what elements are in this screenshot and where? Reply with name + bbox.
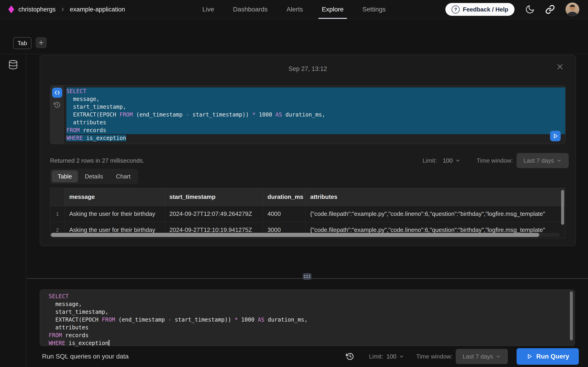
chevron-down-icon — [495, 354, 501, 359]
editor-vertical-scrollbar[interactable] — [570, 291, 573, 340]
executed-sql-block: SELECT message, start_timestamp, EXTRACT… — [50, 85, 565, 144]
code-line: attributes — [49, 324, 575, 332]
result-status-row: Returned 2 rows in 27 milliseconds. Limi… — [50, 153, 569, 168]
nav-item-alerts[interactable]: Alerts — [283, 0, 306, 19]
query-timestamp: Sep 27, 13:12 — [40, 65, 576, 73]
table-cell: {"code.filepath":"example.py","code.line… — [305, 206, 565, 222]
feedback-help-button[interactable]: ? Feedback / Help — [445, 3, 515, 16]
add-tab-button[interactable] — [36, 37, 47, 48]
sql-gutter — [50, 85, 64, 144]
nav-right-cluster: ? Feedback / Help — [445, 0, 579, 19]
primary-nav: LiveDashboardsAlertsExploreSettings — [199, 0, 389, 19]
feedback-help-label: Feedback / Help — [463, 6, 508, 13]
left-sidebar — [0, 54, 26, 367]
time-window-label: Time window: — [477, 157, 513, 164]
run-query-button[interactable]: Run Query — [517, 348, 579, 365]
chevron-down-icon — [455, 158, 460, 163]
code-line: EXTRACT(EPOCH FROM (end_timestamp - star… — [66, 111, 565, 119]
nav-item-live[interactable]: Live — [199, 0, 217, 19]
code-line: EXTRACT(EPOCH FROM (end_timestamp - star… — [49, 316, 575, 324]
nav-item-explore[interactable]: Explore — [318, 0, 347, 19]
breadcrumb: christophergs example-application — [8, 0, 125, 19]
database-schema-icon[interactable] — [8, 60, 18, 70]
editor-hint: Run SQL queries on your data — [42, 353, 129, 360]
chevron-down-icon — [399, 354, 404, 359]
code-line: message, — [66, 95, 565, 103]
play-icon — [526, 353, 533, 360]
table-vertical-scrollbar[interactable] — [561, 190, 564, 225]
chevron-right-icon — [60, 6, 66, 12]
time-window-label: Time window: — [416, 353, 452, 360]
query-tab[interactable]: Tab — [13, 37, 32, 49]
query-history-icon[interactable] — [54, 101, 61, 108]
user-avatar[interactable] — [565, 2, 579, 16]
result-view-tabs: TableDetailsChart — [50, 169, 138, 184]
limit-dropdown[interactable]: 100 — [443, 157, 460, 164]
logfire-logo-icon[interactable] — [8, 6, 14, 13]
code-line: attributes — [66, 119, 565, 126]
row-number-header — [50, 188, 65, 206]
chevron-down-icon — [556, 158, 562, 163]
nav-item-settings[interactable]: Settings — [359, 0, 389, 19]
table-horizontal-scrollbar[interactable] — [51, 233, 560, 237]
sql-editor[interactable]: SELECT message, start_timestamp, EXTRACT… — [40, 290, 575, 346]
executed-sql-editor[interactable]: SELECT message, start_timestamp, EXTRACT… — [64, 85, 565, 144]
results-table: messagestart_timestampduration_msattribu… — [50, 188, 565, 238]
explore-tab-bar: Tab — [13, 37, 47, 49]
code-line: SELECT — [66, 87, 565, 95]
main-area: Sep 27, 13:12 SELECT message, start_time… — [26, 54, 588, 367]
query-result-card: Sep 27, 13:12 SELECT message, start_time… — [40, 55, 576, 246]
breadcrumb-project[interactable]: example-application — [70, 6, 125, 13]
code-line: FROM records — [49, 332, 575, 339]
code-line: start_timestamp, — [49, 308, 575, 316]
editor-footer-bar: Run SQL queries on your data Limit: 100 … — [26, 346, 588, 367]
text-cursor — [109, 340, 109, 346]
query-history-icon[interactable] — [346, 352, 354, 361]
top-navbar: christophergs example-application LiveDa… — [0, 0, 588, 19]
table-cell: Asking the user for their birthday — [65, 206, 165, 222]
question-circle-icon: ? — [451, 6, 460, 14]
share-link-icon[interactable] — [545, 5, 555, 14]
row-number: 1 — [50, 206, 65, 222]
splitter-drag-handle[interactable] — [303, 273, 311, 280]
time-window-dropdown[interactable]: Last 7 days — [456, 349, 508, 364]
table-row[interactable]: 1Asking the user for their birthday2024-… — [50, 206, 565, 222]
limit-label: Limit: — [369, 353, 383, 360]
limit-dropdown[interactable]: 100 — [387, 353, 404, 360]
column-header-start_timestamp: start_timestamp — [165, 188, 263, 206]
breadcrumb-org[interactable]: christophergs — [18, 6, 56, 13]
code-line: start_timestamp, — [66, 103, 565, 111]
dark-mode-moon-icon[interactable] — [525, 5, 535, 14]
code-line: message, — [49, 300, 575, 308]
column-header-message: message — [65, 188, 165, 206]
code-mode-icon[interactable] — [52, 88, 62, 98]
column-header-duration_ms: duration_ms — [263, 188, 305, 206]
code-line: SELECT — [49, 292, 575, 300]
results-table-container: messagestart_timestampduration_msattribu… — [50, 188, 565, 238]
table-cell: 2024-09-27T12:07:49.264279Z — [165, 206, 263, 222]
close-card-icon[interactable] — [556, 63, 564, 70]
table-cell: 4000 — [263, 206, 305, 222]
column-header-attributes: attributes — [305, 188, 565, 206]
limit-label: Limit: — [423, 157, 437, 164]
view-tab-details[interactable]: Details — [79, 170, 109, 182]
nav-item-dashboards[interactable]: Dashboards — [229, 0, 271, 19]
time-window-dropdown[interactable]: Last 7 days — [517, 153, 569, 168]
code-line: FROM records — [66, 126, 565, 134]
code-line: WHERE is_exception — [66, 134, 565, 142]
view-tab-chart[interactable]: Chart — [110, 170, 137, 182]
rerun-query-icon[interactable] — [550, 131, 561, 141]
view-tab-table[interactable]: Table — [52, 170, 78, 182]
result-status: Returned 2 rows in 27 milliseconds. — [50, 157, 144, 164]
